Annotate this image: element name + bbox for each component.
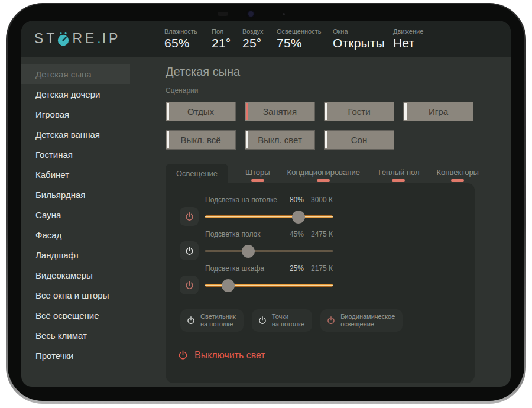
scenario-accent <box>246 103 248 120</box>
slider-2-name: Подсветка полок <box>205 230 261 238</box>
slider-3-header: Подсветка шкафа 25% 2175 К <box>205 264 333 273</box>
sidebar-item-igrovaya[interactable]: Игровая <box>21 104 157 124</box>
tab-underline <box>317 179 330 182</box>
power-icon <box>326 316 336 325</box>
tab-underline <box>392 179 405 182</box>
scenario-accent <box>404 103 407 120</box>
scenarios-label: Сценарии <box>166 86 198 95</box>
slider-1-knob[interactable] <box>292 211 305 224</box>
slider-1-name: Подсветка на потолке <box>205 196 277 204</box>
scenario-row-1: Отдых Занятия Гости Игра <box>166 102 473 121</box>
slider-2-power-button[interactable] <box>180 241 199 260</box>
scenario-accent <box>246 131 248 148</box>
sidebar-item-fasad[interactable]: Фасад <box>21 225 157 245</box>
stat-humidity: Влажность 65% <box>164 28 197 50</box>
sidebar-item-detskaya-docheri[interactable]: Детская дочери <box>21 84 157 104</box>
sidebar-item-protechki[interactable]: Протечки <box>21 345 157 365</box>
tablet-bezel: ST RE.IP Влажность 65% Пол <box>8 4 524 401</box>
slider-2-kelvin: 2475 К <box>311 230 333 238</box>
sidebar-item-landshaft[interactable]: Ландшафт <box>21 245 157 265</box>
slider-3-kelvin: 2175 К <box>311 264 333 273</box>
page-title: Детская сына <box>166 65 240 79</box>
scenario-accent <box>325 131 327 148</box>
sidebar-item-detskaya-vannaya[interactable]: Детская ванная <box>21 124 157 144</box>
sensor-bar <box>218 12 228 16</box>
tab-underline <box>451 179 464 182</box>
scenario-son-button[interactable]: Сон <box>324 130 394 150</box>
tab-tyoplyj-pol[interactable]: Тёплый пол <box>377 164 420 182</box>
scenario-row-2: Выкл. всё Выкл. свет Сон <box>166 130 394 150</box>
scenario-accent <box>325 103 327 120</box>
power-icon <box>184 246 194 256</box>
slider-2-track[interactable] <box>205 250 333 252</box>
tab-shtory[interactable]: Шторы <box>245 164 270 182</box>
sidebar-item-bilyardnaya[interactable]: Бильярдная <box>21 184 157 205</box>
scenario-accent <box>167 103 169 120</box>
slider-1-track[interactable] <box>205 215 333 218</box>
front-camera <box>248 11 254 17</box>
slider-1-power-button[interactable] <box>180 207 199 226</box>
slider-1-header: Подсветка на потолке 80% 3000 К <box>205 196 333 204</box>
app-window: ST RE.IP Влажность 65% Пол <box>21 21 511 387</box>
scenario-igra-button[interactable]: Игра <box>403 102 473 121</box>
power-icon <box>184 212 194 222</box>
slider-3-track[interactable] <box>205 284 333 287</box>
biodynamic-light-button[interactable]: Биодинамическоеосвещение <box>320 309 403 332</box>
app-header: ST RE.IP Влажность 65% Пол <box>21 21 511 57</box>
sidebar-item-ves-klimat[interactable]: Весь климат <box>21 325 157 345</box>
sidebar-item-vse-okna-i-shtory[interactable]: Все окна и шторы <box>21 285 157 305</box>
room-sidebar: Детская сына Детская дочери Игровая Детс… <box>21 57 157 387</box>
logo-text-left: ST <box>34 31 57 47</box>
sidebar-item-sauna[interactable]: Сауна <box>21 205 157 225</box>
light-group-buttons: Светильникна потолке Точкина потолке Био… <box>180 309 403 332</box>
tab-konditsionirovanie[interactable]: Кондиционирование <box>287 164 360 182</box>
scenario-accent <box>167 131 169 148</box>
ceiling-lamp-button[interactable]: Светильникна потолке <box>180 309 244 332</box>
slider-1-kelvin: 3000 К <box>311 196 333 204</box>
power-icon <box>184 280 194 290</box>
light-sensor <box>283 13 285 15</box>
slider-3-knob[interactable] <box>222 279 235 292</box>
slider-3-name: Подсветка шкафа <box>205 264 264 273</box>
slider-2-header: Подсветка полок 45% 2475 К <box>205 230 333 238</box>
sidebar-item-kabinet[interactable]: Кабинет <box>21 164 157 184</box>
scenario-gosti-button[interactable]: Гости <box>324 102 394 121</box>
sidebar-item-videokamery[interactable]: Видеокамеры <box>21 265 157 285</box>
ceiling-spots-button[interactable]: Точкина потолке <box>252 309 312 332</box>
sidebar-item-vsyo-osveshchenie[interactable]: Всё освещение <box>21 305 157 325</box>
power-icon <box>186 316 196 325</box>
slider-2-percent: 45% <box>290 230 304 238</box>
stat-illumination: Освещенность 75% <box>277 28 321 50</box>
power-icon <box>258 316 267 325</box>
stat-windows: Окна Открыты <box>333 28 385 50</box>
control-tabs: Освещение Шторы Кондиционирование Тёплый… <box>166 164 479 183</box>
scenario-otdykh-button[interactable]: Отдых <box>166 102 236 121</box>
slider-2-knob[interactable] <box>242 245 255 258</box>
sidebar-item-detskaya-syna[interactable]: Детская сына <box>21 64 130 84</box>
stat-floor-temp: Пол 21° <box>212 28 231 50</box>
slider-3-power-button[interactable] <box>180 276 199 294</box>
sidebar-item-gostinaya[interactable]: Гостиная <box>21 144 157 164</box>
slider-3-percent: 25% <box>290 264 304 273</box>
stat-air-temp: Воздух 25° <box>242 28 264 50</box>
lighting-panel: Подсветка на потолке 80% 3000 К Подсветк… <box>166 183 475 383</box>
scenario-vykl-vsyo-button[interactable]: Выкл. всё <box>166 130 236 150</box>
logo-text-right: RE <box>72 31 97 47</box>
stat-motion: Движение Нет <box>393 28 423 50</box>
power-icon <box>177 349 189 361</box>
logo-dot: . <box>97 31 102 47</box>
tab-underline <box>251 179 264 182</box>
slider-1-percent: 80% <box>290 196 304 204</box>
tab-osveshchenie[interactable]: Освещение <box>166 164 228 183</box>
scenario-vykl-svet-button[interactable]: Выкл. свет <box>245 130 315 150</box>
stopwatch-icon <box>56 31 70 47</box>
scenario-zanyatiya-button[interactable]: Занятия <box>245 102 315 121</box>
tablet-frame: ST RE.IP Влажность 65% Пол <box>6 3 526 404</box>
tab-konvektory[interactable]: Конвекторы <box>437 164 479 182</box>
turn-off-light-button[interactable]: Выключить свет <box>177 349 265 361</box>
logo-tld: IP <box>102 31 121 47</box>
brand-logo: ST RE.IP <box>34 31 121 47</box>
